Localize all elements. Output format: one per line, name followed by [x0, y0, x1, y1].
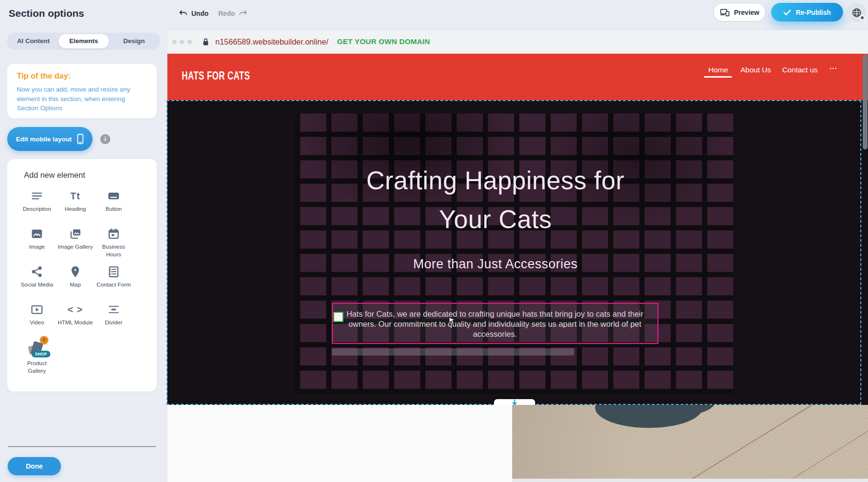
shop-badge: SHOP — [32, 351, 50, 357]
element-map[interactable]: Map — [56, 264, 94, 301]
button-icon — [107, 188, 120, 204]
tab-design[interactable]: Design — [109, 34, 159, 48]
html-module-icon: < > — [68, 301, 83, 318]
add-element-title: Add new element — [24, 171, 85, 180]
viewport-bottom-strip — [512, 479, 868, 482]
next-section-image — [512, 405, 868, 482]
business-hours-icon — [107, 226, 120, 242]
nav-home-underline — [704, 76, 732, 78]
image-icon — [30, 226, 44, 242]
nav-home[interactable]: Home — [708, 66, 728, 74]
tab-ai-content[interactable]: AI Content — [8, 34, 59, 48]
element-social-media[interactable]: Social Media — [18, 264, 56, 301]
tip-body: Now you can add, move and resize any ele… — [17, 85, 147, 113]
edit-mobile-layout-label: Edit mobile layout — [16, 136, 71, 143]
phone-icon — [77, 134, 84, 144]
panel-divider — [8, 446, 156, 447]
contact-form-icon — [107, 264, 120, 280]
next-section-background — [167, 405, 512, 482]
republish-button[interactable]: Re-Publish — [771, 3, 843, 22]
element-product-gallery[interactable]: SHOP Product Gallery — [18, 339, 56, 377]
element-business-hours[interactable]: Business Hours — [94, 226, 133, 264]
element-grid: Description Tt Heading Button Image Imag… — [18, 188, 133, 377]
upgrade-arrow-icon — [40, 336, 48, 344]
video-icon — [30, 301, 44, 318]
element-image-gallery[interactable]: Image Gallery — [56, 226, 94, 264]
scrollbar-thumb[interactable] — [863, 54, 868, 149]
site-header — [167, 54, 868, 100]
site-logo[interactable]: HATS FOR CATS — [182, 69, 250, 82]
tip-of-the-day-card: Tip of the day: Now you can add, move an… — [7, 64, 157, 118]
element-video[interactable]: Video — [18, 301, 56, 339]
tab-elements[interactable]: Elements — [59, 34, 109, 48]
nav-more-ellipsis[interactable]: ... — [830, 62, 837, 71]
element-button[interactable]: Button — [94, 188, 133, 226]
browser-address-bar: n1566589.websitebuilder.online/ GET YOUR… — [167, 30, 868, 53]
done-button[interactable]: Done — [8, 457, 61, 475]
image-gallery-icon — [69, 226, 82, 242]
description-icon — [30, 188, 44, 204]
devices-icon — [720, 8, 730, 17]
element-image[interactable]: Image — [18, 226, 56, 264]
preview-button[interactable]: Preview — [713, 3, 766, 22]
element-contact-form[interactable]: Contact Form — [94, 264, 133, 301]
website-builder-app: Section options AI Content Elements Desi… — [0, 0, 868, 482]
divider-icon — [107, 301, 120, 318]
edit-mobile-layout-button[interactable]: Edit mobile layout — [7, 127, 93, 151]
panel-tabs: AI Content Elements Design — [7, 33, 161, 50]
nav-about-us[interactable]: About Us — [740, 66, 771, 74]
social-media-icon — [30, 264, 44, 280]
hero-section[interactable] — [167, 100, 868, 405]
tip-title: Tip of the day: — [17, 71, 147, 80]
element-divider[interactable]: Divider — [94, 301, 133, 339]
map-pin-icon — [69, 264, 82, 280]
product-gallery-icon: SHOP — [27, 339, 47, 358]
get-your-own-domain-link[interactable]: GET YOUR OWN DOMAIN — [337, 37, 430, 46]
window-control-dots — [172, 40, 192, 44]
undo-icon — [178, 10, 188, 17]
hero-paragraph[interactable]: Hats for Cats, we are dedicated to craft… — [337, 309, 653, 339]
site-url[interactable]: n1566589.websitebuilder.online/ — [215, 37, 328, 46]
redo-icon — [238, 10, 248, 17]
globe-status-dot — [860, 15, 865, 20]
element-description[interactable]: Description — [18, 188, 56, 226]
hero-heading[interactable]: Crafting Happiness for Your Cats — [332, 161, 659, 239]
element-heading[interactable]: Tt Heading — [56, 188, 94, 226]
page-title: Section options — [9, 8, 84, 19]
lock-icon — [202, 38, 209, 46]
heading-icon: Tt — [70, 188, 81, 204]
nav-contact-us[interactable]: Contact us — [782, 66, 818, 74]
element-html-module[interactable]: < > HTML Module — [56, 301, 94, 339]
element-drag-handle[interactable] — [333, 312, 343, 322]
info-icon[interactable]: i — [100, 134, 110, 144]
undo-button[interactable]: Undo — [178, 7, 209, 20]
element-ghost-bar — [332, 348, 574, 356]
check-icon — [783, 9, 791, 16]
redo-button[interactable]: Redo — [218, 7, 248, 20]
hero-subheading[interactable]: More than Just Accessories — [332, 257, 659, 272]
